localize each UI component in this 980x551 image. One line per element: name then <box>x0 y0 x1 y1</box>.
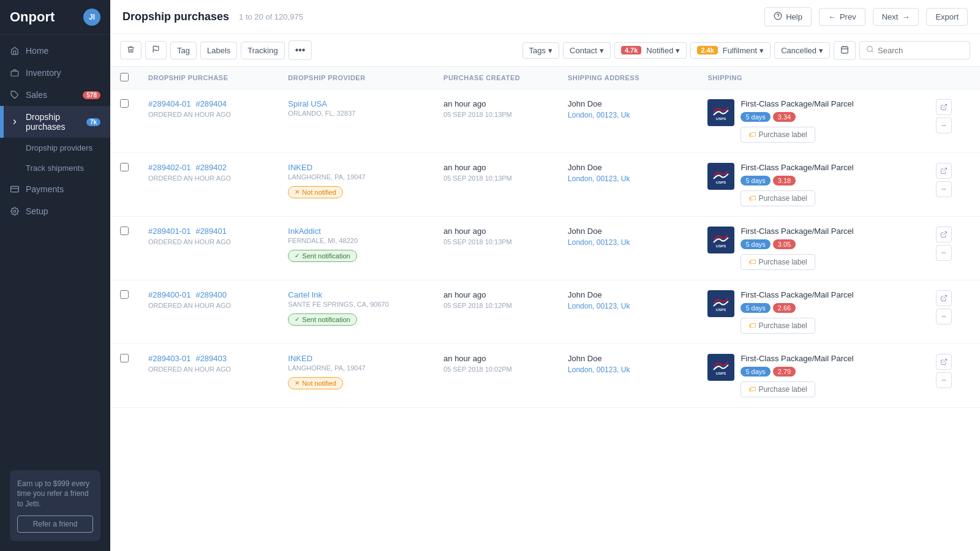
created-date: 05 SEP 2018 10:13PM <box>443 111 548 118</box>
address-cell: John Doe London, 00123, Uk <box>558 280 698 344</box>
created-time: an hour ago <box>443 290 548 299</box>
purchase-num-link[interactable]: #289400 <box>195 290 227 299</box>
sidebar-item-dropship-purchases[interactable]: Dropship purchases 7k <box>0 106 110 138</box>
sidebar-item-label: Dropship purchases <box>26 112 80 132</box>
open-link-button[interactable] <box>936 99 952 115</box>
provider-name-link[interactable]: InkAddict <box>288 227 424 236</box>
select-all-checkbox[interactable] <box>120 73 129 81</box>
purchase-label-button[interactable]: 🏷 Purchase label <box>741 381 815 397</box>
remove-button[interactable] <box>936 181 952 197</box>
tag-button[interactable]: Tag <box>170 42 197 59</box>
remove-button[interactable] <box>936 372 952 388</box>
open-link-button[interactable] <box>936 290 952 306</box>
row-checkbox[interactable] <box>120 99 129 108</box>
sidebar-header: Onport JI <box>0 0 110 35</box>
provider-name-link[interactable]: INKED <box>288 163 424 172</box>
created-cell: an hour ago 05 SEP 2018 10:13PM <box>434 89 558 153</box>
sent-notification-badge: ✓ Sent notification <box>288 250 356 262</box>
purchase-num-link[interactable]: #289402 <box>195 163 227 172</box>
next-button[interactable]: Next → <box>873 8 919 26</box>
contact-filter-label: Contact <box>570 46 597 55</box>
cancelled-filter[interactable]: Cancelled ▾ <box>774 42 830 59</box>
fulfillment-filter[interactable]: 2.4k Fulfilment ▾ <box>690 42 771 59</box>
contact-filter[interactable]: Contact ▾ <box>563 42 611 59</box>
row-actions-cell <box>931 153 980 217</box>
purchase-num-link[interactable]: #289403 <box>195 354 227 363</box>
calendar-button[interactable] <box>834 41 856 60</box>
provider-name-link[interactable]: INKED <box>288 354 424 363</box>
sidebar-item-home[interactable]: Home <box>0 40 110 62</box>
created-time: an hour ago <box>443 163 548 172</box>
open-link-button[interactable] <box>936 354 952 370</box>
search-input[interactable] <box>878 46 963 55</box>
purchase-label-button[interactable]: 🏷 Purchase label <box>741 127 815 143</box>
more-label: ••• <box>295 45 306 55</box>
shipping-cell: USPS First-Class Package/Mail Parcel 5 d… <box>698 217 931 280</box>
row-checkbox-cell <box>110 89 138 153</box>
sidebar-item-label: Home <box>26 46 48 56</box>
purchase-label-button[interactable]: 🏷 Purchase label <box>741 318 815 334</box>
sidebar-item-inventory[interactable]: Inventory <box>0 62 110 84</box>
provider-cell: INKED LANGHORNE, PA, 19047 ✕ Not notifie… <box>278 344 434 408</box>
svg-line-13 <box>872 51 873 52</box>
sidebar-item-payments[interactable]: Payments <box>0 178 110 200</box>
purchase-id-link[interactable]: #289400-01 <box>148 290 190 299</box>
shipping-price-badge: 2.79 <box>773 367 796 377</box>
tracking-button[interactable]: Tracking <box>241 42 284 59</box>
orders-table: DROPSHIP PURCHASE DROPSHIP PROVIDER PURC… <box>110 67 980 408</box>
provider-name-link[interactable]: Cartel Ink <box>288 290 424 299</box>
address-cell: John Doe London, 00123, Uk <box>558 344 698 408</box>
sidebar-item-sales[interactable]: Sales 578 <box>0 84 110 106</box>
shipping-cell: USPS First-Class Package/Mail Parcel 5 d… <box>698 153 931 217</box>
row-checkbox[interactable] <box>120 163 129 171</box>
table-body: #289404-01 #289404 ORDERED AN HOUR AGO S… <box>110 89 980 408</box>
search-icon <box>866 45 874 56</box>
remove-button[interactable] <box>936 309 952 324</box>
provider-name-link[interactable]: Spiral USA <box>288 99 424 108</box>
purchase-num-link[interactable]: #289404 <box>195 99 227 108</box>
shipping-details: First-Class Package/Mail Parcel 5 days 2… <box>741 290 921 334</box>
row-checkbox-cell <box>110 217 138 280</box>
more-button[interactable]: ••• <box>288 40 312 60</box>
purchase-id-link[interactable]: #289401-01 <box>148 227 190 236</box>
purchase-label-button[interactable]: 🏷 Purchase label <box>741 254 815 270</box>
labels-label: Labels <box>207 46 230 55</box>
chevron-down-icon: ▾ <box>676 46 680 55</box>
prev-button[interactable]: ← Prev <box>819 8 865 26</box>
open-link-button[interactable] <box>936 227 952 242</box>
purchase-num-link[interactable]: #289401 <box>195 227 227 236</box>
user-avatar[interactable]: JI <box>83 9 100 26</box>
home-icon <box>10 46 20 56</box>
flag-button[interactable] <box>145 41 167 59</box>
sidebar-item-dropship-providers[interactable]: Dropship providers <box>0 138 110 158</box>
created-date: 05 SEP 2018 10:02PM <box>443 365 548 373</box>
sidebar-item-track-shipments[interactable]: Track shipments <box>0 158 110 178</box>
shipping-days-badge: 5 days <box>741 176 770 186</box>
row-checkbox[interactable] <box>120 354 129 362</box>
row-checkbox[interactable] <box>120 290 129 299</box>
orders-table-container: DROPSHIP PURCHASE DROPSHIP PROVIDER PURC… <box>110 67 980 551</box>
refer-friend-button[interactable]: Refer a friend <box>17 515 93 533</box>
purchase-label-text: Purchase label <box>758 385 807 394</box>
delete-button[interactable] <box>120 41 141 59</box>
remove-button[interactable] <box>936 118 952 133</box>
purchase-label-button[interactable]: 🏷 Purchase label <box>741 190 815 206</box>
purchase-ordered: ORDERED AN HOUR AGO <box>148 174 268 182</box>
sidebar-item-setup[interactable]: Setup <box>0 200 110 222</box>
provider-col-header: DROPSHIP PROVIDER <box>278 67 434 89</box>
remove-button[interactable] <box>936 245 952 261</box>
tags-filter[interactable]: Tags ▾ <box>522 42 559 59</box>
purchase-id-link[interactable]: #289402-01 <box>148 163 190 172</box>
notified-filter[interactable]: 4.7k Notified ▾ <box>614 42 687 59</box>
purchase-id-link[interactable]: #289403-01 <box>148 354 190 363</box>
address-col-header: SHIPPING ADDRESS <box>558 67 698 89</box>
purchase-ordered: ORDERED AN HOUR AGO <box>148 111 268 118</box>
row-checkbox[interactable] <box>120 227 129 235</box>
labels-button[interactable]: Labels <box>200 42 237 59</box>
chevron-right-icon <box>10 117 20 127</box>
help-button[interactable]: Help <box>764 7 812 26</box>
export-button[interactable]: Export <box>926 8 968 26</box>
created-date: 05 SEP 2018 10:13PM <box>443 174 548 182</box>
open-link-button[interactable] <box>936 163 952 179</box>
purchase-id-link[interactable]: #289404-01 <box>148 99 190 108</box>
